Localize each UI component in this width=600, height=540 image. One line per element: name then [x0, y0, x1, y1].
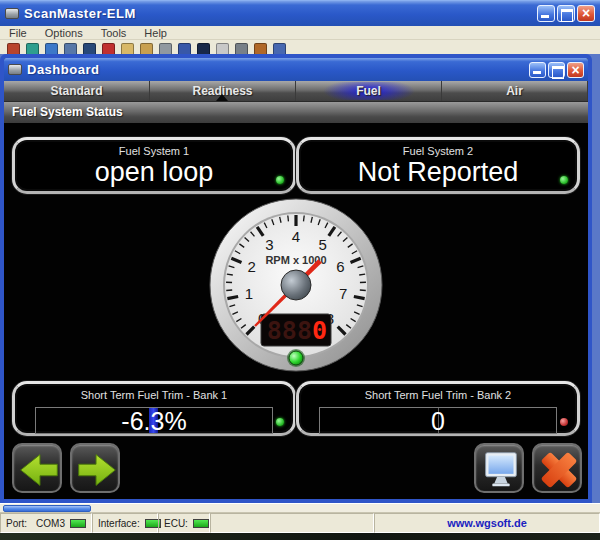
dashboard-title: Dashboard [27, 62, 99, 77]
stft-bank2-meter: 0 [319, 407, 557, 434]
toolbar-icon-1[interactable] [7, 43, 20, 54]
digital-ghost-digits: 888 [267, 316, 312, 345]
interface-label: Interface: [98, 518, 140, 529]
fuel-system-1-status-led [276, 176, 284, 184]
ecu-label: ECU: [164, 518, 188, 529]
toolbar-icon-2[interactable] [26, 43, 39, 54]
previous-page-button[interactable] [12, 443, 62, 493]
svg-text:3: 3 [265, 236, 273, 253]
desktop-strip [0, 533, 600, 540]
fuel-system-2-status-led [560, 176, 568, 184]
mdi-area: Dashboard Standard Readiness Fuel Air Fu… [0, 54, 600, 513]
arrow-left-icon [14, 445, 64, 495]
statusbar-ecu-section: ECU: [158, 513, 210, 533]
menu-file[interactable]: File [0, 27, 36, 39]
fuel-system-2-title: Fuel System 2 [299, 145, 577, 157]
toolbar-icon-7[interactable] [121, 43, 134, 54]
close-x-icon [534, 445, 584, 495]
toolbar-icon-5[interactable] [83, 43, 96, 54]
statusbar: Port: COM3 Interface: ECU: www.wgsoft.de [0, 513, 600, 533]
website-link[interactable]: www.wgsoft.de [447, 517, 527, 529]
dashboard-icon [8, 64, 22, 75]
arrow-right-icon [72, 445, 122, 495]
toolbar-icon-12[interactable] [216, 43, 229, 54]
svg-text:6: 6 [336, 258, 344, 275]
toolbar-icon-4[interactable] [64, 43, 77, 54]
tab-air[interactable]: Air [442, 81, 588, 101]
rpm-gauge: 012345678 RPM x 1000 8880 [209, 198, 383, 372]
main-window-title: ScanMaster-ELM [24, 6, 136, 21]
main-close-button[interactable] [577, 5, 595, 22]
tab-standard[interactable]: Standard [4, 81, 150, 101]
scrollbar-thumb[interactable] [3, 505, 91, 512]
monitor-view-button[interactable] [474, 443, 524, 493]
stft-bank2-panel: Short Term Fuel Trim - Bank 2 0 [296, 381, 580, 436]
toolbar-icon-3[interactable] [45, 43, 58, 54]
stft-bank1-title: Short Term Fuel Trim - Bank 1 [15, 389, 293, 401]
dashboard-maximize-button[interactable] [548, 62, 565, 78]
dashboard-minimize-button[interactable] [529, 62, 546, 78]
main-maximize-button[interactable] [557, 5, 575, 22]
dashboard-content: Fuel System 1 open loop Fuel System 2 No… [4, 123, 588, 499]
fuel-system-1-panel: Fuel System 1 open loop [12, 137, 296, 194]
svg-text:5: 5 [318, 236, 326, 253]
svg-text:2: 2 [247, 258, 255, 275]
gauge-hub [281, 270, 311, 300]
statusbar-empty-section [210, 513, 374, 533]
menu-help[interactable]: Help [135, 27, 176, 39]
fuel-system-1-value: open loop [15, 157, 293, 187]
app-icon [5, 8, 19, 19]
ecu-led [193, 519, 209, 528]
main-titlebar[interactable]: ScanMaster-ELM [0, 0, 600, 26]
svg-text:4: 4 [292, 228, 300, 245]
monitor-icon [476, 445, 526, 495]
section-header: Fuel System Status [4, 101, 588, 123]
statusbar-port-section: Port: COM3 [0, 513, 92, 533]
exit-button[interactable] [532, 443, 582, 493]
toolbar-icon-11[interactable] [197, 43, 210, 54]
main-minimize-button[interactable] [537, 5, 555, 22]
svg-text:7: 7 [339, 285, 347, 302]
fuel-system-1-title: Fuel System 1 [15, 145, 293, 157]
fuel-system-2-panel: Fuel System 2 Not Reported [296, 137, 580, 194]
gauge-status-led [289, 351, 303, 365]
svg-text:1: 1 [245, 285, 253, 302]
stft-bank2-value: 0 [320, 408, 556, 434]
toolbar-icon-15[interactable] [273, 43, 286, 54]
toolbar-icon-9[interactable] [159, 43, 172, 54]
statusbar-interface-section: Interface: [92, 513, 158, 533]
horizontal-scrollbar[interactable] [0, 503, 600, 513]
dashboard-window: Dashboard Standard Readiness Fuel Air Fu… [0, 54, 592, 503]
port-label: Port: [6, 518, 27, 529]
toolbar-icon-10[interactable] [178, 43, 191, 54]
stft-bank2-status-led [560, 418, 568, 426]
next-page-button[interactable] [70, 443, 120, 493]
port-value: COM3 [36, 518, 65, 529]
fuel-system-2-value: Not Reported [299, 157, 577, 187]
tab-fuel[interactable]: Fuel [296, 81, 442, 101]
stft-bank2-title: Short Term Fuel Trim - Bank 2 [299, 389, 577, 401]
dashboard-titlebar[interactable]: Dashboard [4, 58, 588, 81]
port-led [70, 519, 86, 528]
stft-bank1-panel: Short Term Fuel Trim - Bank 1 -6.3% [12, 381, 296, 436]
toolbar [0, 40, 600, 54]
menu-tools[interactable]: Tools [92, 27, 136, 39]
menu-options[interactable]: Options [36, 27, 92, 39]
digital-rpm-value: 0 [312, 316, 327, 345]
screen: ScanMaster-ELM File Options Tools Help D… [0, 0, 600, 540]
toolbar-icon-6[interactable] [102, 43, 115, 54]
statusbar-website-section: www.wgsoft.de [374, 513, 600, 533]
svg-text:8880: 8880 [267, 316, 327, 345]
menubar: File Options Tools Help [0, 26, 600, 40]
toolbar-icon-14[interactable] [254, 43, 267, 54]
stft-bank1-status-led [276, 418, 284, 426]
stft-bank1-value: -6.3% [36, 408, 272, 434]
dashboard-close-button[interactable] [567, 62, 584, 78]
cursor-pointer-marker [216, 94, 228, 101]
stft-bank1-meter: -6.3% [35, 407, 273, 434]
toolbar-icon-8[interactable] [140, 43, 153, 54]
toolbar-icon-13[interactable] [235, 43, 248, 54]
tabbar: Standard Readiness Fuel Air [4, 81, 588, 101]
